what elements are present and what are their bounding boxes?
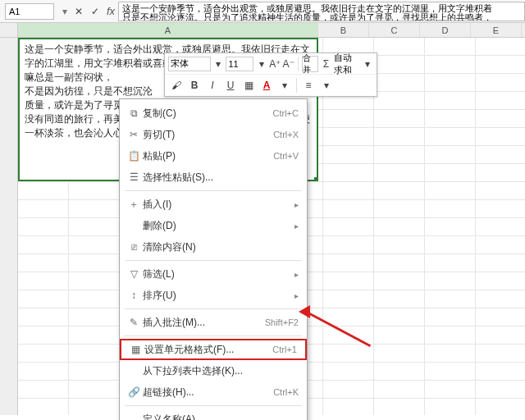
row-headers	[0, 38, 18, 415]
formula-text-1: 这是一个安静季节，适合外出观赏，或独居避思。我依旧行走在文字的江湖里，用文字堆积…	[122, 3, 492, 13]
ctx-clear-label: 清除内容(N)	[143, 240, 299, 254]
ctx-comment-shortcut: Shift+F2	[265, 317, 299, 327]
separator	[125, 405, 302, 406]
submenu-arrow-icon: ▸	[294, 200, 299, 209]
ctx-paste-shortcut: Ctrl+V	[273, 151, 299, 161]
ctx-insert[interactable]: ＋ 插入(I) ▸	[120, 194, 307, 215]
name-box-dropdown[interactable]: ▾	[59, 6, 71, 17]
separator	[125, 260, 302, 261]
ctx-hyperlink-label: 超链接(H)...	[143, 386, 273, 399]
paste-special-icon: ☰	[125, 171, 143, 183]
ctx-filter-label: 筛选(L)	[143, 267, 294, 281]
col-header-d[interactable]: D	[420, 23, 471, 37]
filter-icon: ▽	[125, 268, 143, 280]
ctx-sort[interactable]: ↕ 排序(U) ▸	[120, 285, 307, 306]
copy-icon: ⧉	[125, 107, 143, 119]
ctx-pick-from-list[interactable]: 从下拉列表中选择(K)...	[120, 360, 307, 381]
comment-icon: ✎	[125, 317, 143, 328]
ctx-paste-label: 粘贴(P)	[143, 149, 273, 163]
separator	[125, 190, 302, 191]
align-button[interactable]: ≡	[300, 77, 317, 94]
separator	[125, 336, 302, 336]
submenu-arrow-icon: ▸	[294, 221, 299, 231]
ctx-format-cells-label: 设置单元格格式(F)...	[144, 343, 272, 357]
col-header-a[interactable]: A	[18, 23, 318, 37]
formula-text-2: 只是不想沉沦逐流。只是为了追求精神生活的质量，或许是为了寻觅，寻找思想上的共鸣者…	[122, 13, 521, 21]
ctx-hyperlink[interactable]: 🔗 超链接(H)... Ctrl+K	[120, 381, 307, 403]
clear-icon: ⎚	[125, 241, 143, 253]
ctx-sort-label: 排序(U)	[143, 289, 294, 303]
ctx-comment-label: 插入批注(M)...	[143, 316, 265, 330]
fx-label[interactable]: fx	[107, 5, 115, 17]
font-family-dropdown-icon[interactable]: ▾	[212, 56, 224, 72]
ctx-copy-label: 复制(C)	[143, 107, 273, 121]
col-header-e[interactable]: E	[471, 23, 522, 37]
font-size-select[interactable]	[226, 57, 253, 71]
italic-button[interactable]: I	[204, 77, 221, 94]
fill-color-button[interactable]: ▾	[276, 77, 293, 94]
col-header-b[interactable]: B	[318, 23, 369, 37]
ctx-hyperlink-shortcut: Ctrl+K	[273, 387, 299, 397]
ctx-paste-special[interactable]: ☰ 选择性粘贴(S)...	[120, 167, 307, 188]
ctx-cut[interactable]: ✂ 剪切(T) Ctrl+X	[120, 124, 307, 145]
sort-icon: ↕	[125, 290, 143, 301]
ctx-format-cells-shortcut: Ctrl+1	[272, 345, 297, 354]
mini-toolbar: ▾ ▾ A⁺ A⁻ 合并 Σ 自动求和 ▾ 🖌 B I U ▦ A ▾ ≡ ▾	[164, 52, 377, 97]
submenu-arrow-icon: ▸	[294, 270, 299, 279]
separator	[298, 57, 299, 71]
cut-icon: ✂	[125, 129, 143, 140]
hyperlink-icon: 🔗	[125, 386, 143, 398]
grow-font-button[interactable]: A⁺	[269, 56, 281, 72]
ctx-clear[interactable]: ⎚ 清除内容(N)	[120, 236, 307, 258]
font-size-dropdown-icon[interactable]: ▾	[255, 56, 267, 72]
formula-bar: A1 ▾ ✕ ✓ fx 这是一个安静季节，适合外出观赏，或独居避思。我依旧行走在…	[0, 0, 525, 23]
formula-input[interactable]: 这是一个安静季节，适合外出观赏，或独居避思。我依旧行走在文字的江湖里，用文字堆积…	[118, 2, 525, 21]
ctx-filter[interactable]: ▽ 筛选(L) ▸	[120, 263, 307, 285]
shrink-font-button[interactable]: A⁻	[282, 56, 294, 72]
format-cells-icon: ▦	[126, 344, 144, 355]
ctx-define-name-label: 定义名称(A)...	[143, 413, 299, 421]
name-box[interactable]: A1	[5, 3, 54, 20]
ctx-insert-comment[interactable]: ✎ 插入批注(M)... Shift+F2	[120, 312, 307, 333]
paste-icon: 📋	[125, 150, 143, 162]
cancel-icon[interactable]: ✕	[71, 3, 87, 20]
bold-button[interactable]: B	[186, 77, 203, 94]
col-header-c[interactable]: C	[369, 23, 420, 37]
ctx-paste-special-label: 选择性粘贴(S)...	[143, 171, 299, 185]
cell-reference: A1	[9, 7, 20, 16]
select-all-corner[interactable]	[0, 23, 18, 37]
ctx-cut-shortcut: Ctrl+X	[273, 130, 299, 139]
ctx-define-name[interactable]: 定义名称(A)...	[120, 409, 307, 420]
ctx-delete[interactable]: 删除(D) ▸	[120, 215, 307, 236]
ctx-paste[interactable]: 📋 粘贴(P) Ctrl+V	[120, 145, 307, 167]
font-color-button[interactable]: A	[258, 77, 275, 94]
autosum-label[interactable]: 自动求和	[334, 52, 360, 76]
align-dropdown-icon[interactable]: ▾	[318, 77, 335, 94]
separator	[125, 308, 302, 309]
border-button[interactable]: ▦	[240, 77, 257, 94]
autosum-dropdown-icon[interactable]: ▾	[362, 56, 373, 72]
format-painter-icon[interactable]: 🖌	[168, 77, 185, 94]
autosum-icon[interactable]: Σ	[320, 56, 331, 72]
ctx-copy[interactable]: ⧉ 复制(C) Ctrl+C	[120, 103, 307, 124]
accept-icon[interactable]: ✓	[87, 3, 103, 20]
ctx-pick-list-label: 从下拉列表中选择(K)...	[143, 364, 299, 378]
submenu-arrow-icon: ▸	[294, 291, 299, 300]
ctx-delete-label: 删除(D)	[143, 219, 294, 233]
font-family-select[interactable]	[168, 57, 211, 71]
ctx-insert-label: 插入(I)	[143, 198, 294, 212]
column-headers: A B C D E	[0, 23, 525, 38]
ctx-cut-label: 剪切(T)	[143, 128, 273, 142]
context-menu: ⧉ 复制(C) Ctrl+C ✂ 剪切(T) Ctrl+X 📋 粘贴(P) Ct…	[119, 98, 308, 420]
ctx-copy-shortcut: Ctrl+C	[273, 108, 299, 118]
underline-button[interactable]: U	[222, 77, 239, 94]
insert-icon: ＋	[125, 198, 143, 212]
separator	[296, 78, 297, 93]
ctx-format-cells[interactable]: ▦ 设置单元格格式(F)... Ctrl+1	[120, 339, 307, 360]
merge-button[interactable]: 合并	[302, 56, 319, 72]
